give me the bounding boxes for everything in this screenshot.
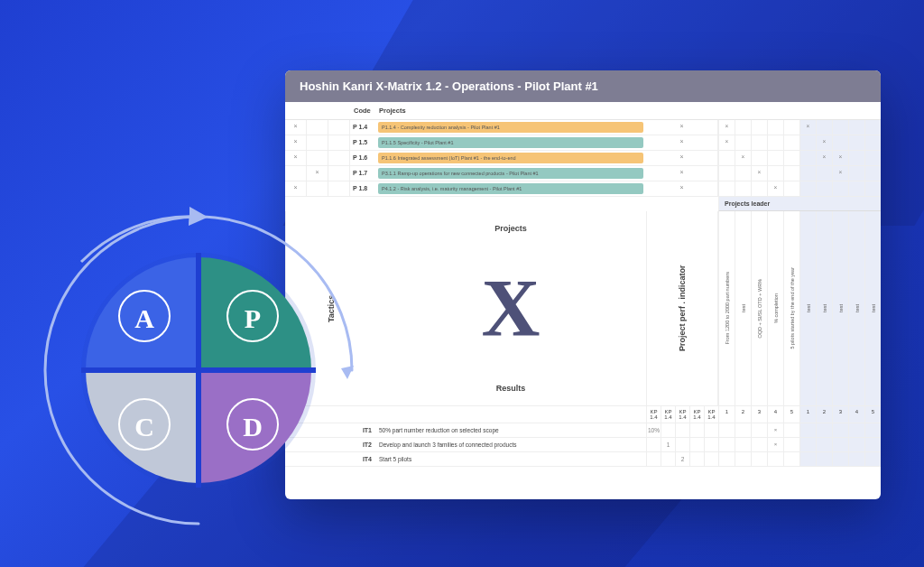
col-projects: Projects bbox=[375, 102, 646, 119]
kpi-num: 3 bbox=[751, 406, 767, 423]
result-text: 50% part number reduction on selected sc… bbox=[375, 423, 646, 437]
indicator-col: test bbox=[735, 211, 751, 405]
indicator-col: OQD + SI/SL OTD + WR% bbox=[751, 211, 767, 405]
indicator-columns: From 1200 to 2000 part numberstestOQD + … bbox=[718, 211, 881, 405]
indicator-col: test bbox=[816, 211, 832, 405]
project-code: P 1.5 bbox=[350, 135, 375, 150]
project-code: P 1.4 bbox=[350, 120, 375, 135]
col-code: Code bbox=[350, 102, 375, 119]
project-row[interactable]: × P 1.4 P1.1.4 - Complexity reduction an… bbox=[285, 120, 881, 135]
pdca-wheel: A P C D bbox=[27, 199, 370, 542]
indicator-col: test bbox=[864, 211, 881, 405]
projects-label: Projects bbox=[494, 224, 527, 233]
kpi-num: 2 bbox=[735, 406, 751, 423]
result-text: Develop and launch 3 families of connect… bbox=[375, 438, 646, 451]
indicator-col: From 1200 to 2000 part numbers bbox=[718, 211, 735, 405]
kpi-num: 1 bbox=[718, 406, 735, 423]
kpi-num: 4 bbox=[767, 406, 783, 423]
kpi-num: 5 bbox=[864, 406, 881, 423]
kpi-code: KP 1.4 bbox=[689, 406, 704, 423]
indicator-col: test bbox=[832, 211, 848, 405]
kpi-num: 5 bbox=[783, 406, 799, 423]
kpi-num: 3 bbox=[832, 406, 848, 423]
ppi-label: Project perf . indicator bbox=[646, 211, 718, 405]
kpi-code: KP 1.4 bbox=[646, 406, 661, 423]
result-row[interactable]: IT2 Develop and launch 3 families of con… bbox=[285, 438, 881, 452]
kpi-num: 1 bbox=[799, 406, 816, 423]
matrix-center: Tactics Projects X Results Project perf … bbox=[285, 211, 881, 405]
kpi-code: KP 1.4 bbox=[704, 406, 718, 423]
project-bar[interactable]: P4.1.2 - Risk analysis, i.e. maturity ma… bbox=[378, 183, 643, 194]
project-row[interactable]: × P 1.6 P1.1.6 Integrated assessment (Io… bbox=[285, 151, 881, 166]
projects-leader-header: Projects leader bbox=[718, 197, 881, 211]
indicator-col: test bbox=[799, 211, 816, 405]
result-text: Start 5 pilots bbox=[375, 452, 646, 466]
indicator-col: % completion bbox=[767, 211, 783, 405]
pdca-letter-c: C bbox=[134, 412, 154, 442]
result-row[interactable]: IT1 50% part number reduction on selecte… bbox=[285, 423, 881, 438]
project-row[interactable]: × P 1.7 P3.1.1 Ramp-up operations for ne… bbox=[285, 166, 881, 181]
kpi-code: KP 1.4 bbox=[661, 406, 675, 423]
matrix-window: Hoshin Kanri X-Matrix 1.2 - Operations -… bbox=[285, 70, 881, 499]
results-label: Results bbox=[496, 384, 526, 393]
project-code: P 1.8 bbox=[350, 181, 375, 196]
indicator-col: 5 pilots started by the end of the year bbox=[783, 211, 799, 405]
result-row[interactable]: IT4 Start 5 pilots 2 bbox=[285, 452, 881, 467]
kpi-code: KP 1.4 bbox=[675, 406, 689, 423]
project-bar[interactable]: P1.1.5 Specificity - Pilot Plant #1 bbox=[378, 137, 643, 148]
kpi-num: 2 bbox=[816, 406, 832, 423]
project-row[interactable]: × P 1.5 P1.1.5 Specificity - Pilot Plant… bbox=[285, 135, 881, 151]
pdca-letter-d: D bbox=[243, 412, 263, 442]
project-code: P 1.7 bbox=[350, 166, 375, 181]
indicator-col: test bbox=[848, 211, 864, 405]
kpi-num: 4 bbox=[848, 406, 864, 423]
project-row[interactable]: × P 1.8 P4.1.2 - Risk analysis, i.e. mat… bbox=[285, 181, 881, 197]
project-bar[interactable]: P3.1.1 Ramp-up operations for new connec… bbox=[378, 168, 643, 179]
column-headers: Code Projects bbox=[285, 102, 881, 120]
window-title: Hoshin Kanri X-Matrix 1.2 - Operations -… bbox=[285, 70, 881, 102]
project-code: P 1.6 bbox=[350, 151, 375, 165]
project-bar[interactable]: P1.1.6 Integrated assessment (IoT) Plant… bbox=[378, 153, 643, 163]
x-matrix-icon: X bbox=[482, 268, 541, 349]
pdca-letter-a: A bbox=[134, 303, 154, 333]
project-bar[interactable]: P1.1.4 - Complexity reduction analysis -… bbox=[378, 122, 643, 133]
pdca-letter-p: P bbox=[245, 303, 261, 333]
